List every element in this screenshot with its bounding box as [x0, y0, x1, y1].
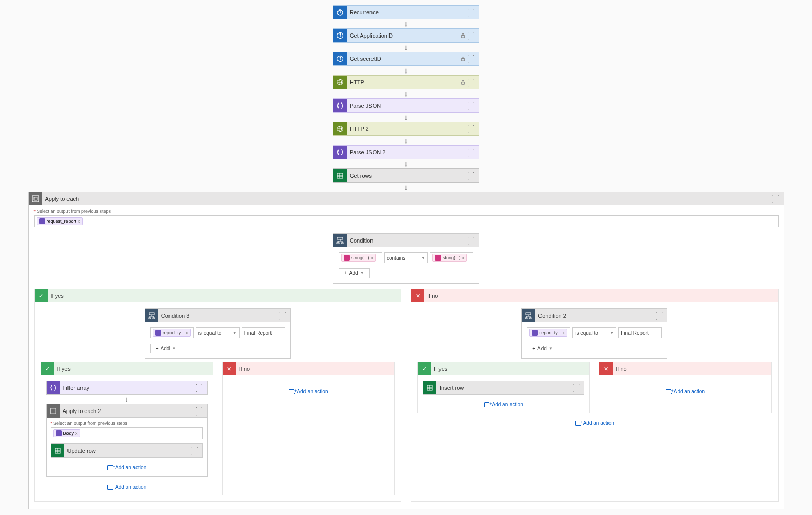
condition-2-title: Condition 2 [535, 313, 656, 319]
more-icon[interactable]: · · · [772, 192, 784, 206]
step-title: Get ApplicationID [347, 32, 458, 39]
grid-icon [333, 169, 347, 182]
token-body[interactable]: Bodyx [53, 429, 80, 437]
fx-icon [344, 255, 350, 261]
step-http[interactable]: HTTP· · · [333, 75, 479, 89]
svg-rect-26 [153, 318, 155, 319]
flow-arrow: ↓ [0, 65, 812, 76]
more-icon[interactable]: · · · [279, 308, 290, 323]
add-action-link[interactable]: Add an action [51, 465, 203, 470]
condition-icon [145, 309, 158, 322]
svg-rect-4 [461, 35, 464, 38]
flow-arrow: ↓ [0, 182, 812, 192]
add-action-icon [575, 421, 581, 426]
svg-rect-35 [427, 385, 432, 390]
check-icon: ✓ [418, 362, 431, 375]
cond3-if-no: ✕If no Add an action [222, 362, 395, 495]
remove-token-icon[interactable]: x [78, 219, 80, 224]
more-icon[interactable]: · · · [572, 381, 584, 395]
add-action-icon [289, 389, 295, 394]
more-icon[interactable]: · · · [467, 5, 479, 19]
condition-operator[interactable]: contains▼ [384, 252, 428, 263]
more-icon[interactable]: · · · [467, 168, 479, 183]
cond2-right[interactable]: Final Report [618, 327, 662, 338]
step-parse-json[interactable]: Parse JSON· · · [333, 98, 479, 113]
more-icon[interactable]: · · · [196, 404, 207, 418]
svg-rect-12 [461, 82, 464, 84]
apply-to-each-container[interactable]: Apply to each · · · *Select an output fr… [28, 192, 784, 509]
remove-token-icon[interactable]: x [186, 330, 188, 335]
condition-3-card[interactable]: Condition 3 · · · report_ty...x is equal… [145, 308, 291, 359]
step-get-rows[interactable]: Get rows· · · [333, 168, 479, 183]
more-icon[interactable]: · · · [196, 381, 207, 395]
more-icon[interactable]: · · · [191, 443, 202, 458]
cond2-left[interactable]: report_ty...x [527, 327, 570, 338]
more-icon[interactable]: · · · [467, 122, 479, 136]
globe-icon [333, 76, 347, 89]
cond2-operator[interactable]: is equal to▼ [572, 327, 616, 338]
step-title: Get secretID [347, 56, 458, 62]
condition-3-title: Condition 3 [158, 313, 279, 319]
add-action-link[interactable]: Add an action [229, 389, 388, 394]
condition-left-operand[interactable]: string(...)x [339, 252, 382, 263]
remove-token-icon[interactable]: x [462, 255, 465, 260]
token-request-report[interactable]: request_report x [37, 217, 83, 225]
cond3-operator[interactable]: is equal to▼ [196, 327, 240, 338]
if-yes-branch: ✓ If yes Condition 3 · · · [34, 289, 402, 502]
close-icon: ✕ [599, 362, 613, 375]
grid-icon [423, 381, 436, 394]
add-action-icon [484, 402, 490, 407]
condition-right-operand[interactable]: string(...)x [430, 252, 473, 263]
cond3-right[interactable]: Final Report [242, 327, 285, 338]
add-condition-button[interactable]: +Add▼ [527, 344, 558, 353]
svg-point-3 [340, 33, 341, 35]
add-action-link[interactable]: Add an action [46, 484, 208, 490]
chevron-down-icon: ▼ [610, 331, 614, 335]
chevron-down-icon: ▼ [233, 331, 237, 335]
step-get-applicationid[interactable]: Get ApplicationID· · · [333, 28, 479, 43]
more-icon[interactable]: · · · [467, 75, 479, 89]
condition-title: Condition [347, 237, 467, 244]
more-icon[interactable]: · · · [467, 145, 479, 159]
lock-icon [458, 33, 467, 39]
svg-rect-28 [55, 448, 60, 453]
flow-arrow: ↓ [0, 135, 812, 146]
more-icon[interactable]: · · · [467, 28, 479, 43]
update-row-card[interactable]: Update row· · · [51, 443, 203, 458]
svg-rect-34 [529, 318, 531, 319]
more-icon[interactable]: · · · [467, 233, 479, 248]
output-selector[interactable]: request_report x [34, 215, 779, 227]
add-condition-button[interactable]: +Add▼ [150, 344, 182, 353]
condition-card[interactable]: Condition · · · string(...)x contains▼ s… [333, 233, 479, 284]
add-action-link[interactable]: Add an action [423, 402, 584, 407]
filter-array-card[interactable]: Filter array · · · [46, 381, 208, 395]
more-icon[interactable]: · · · [656, 308, 667, 323]
add-action-icon [107, 485, 113, 490]
svg-rect-21 [337, 237, 343, 239]
check-icon: ✓ [35, 289, 48, 302]
flow-arrow: ↓ [0, 19, 812, 29]
insert-row-card[interactable]: Insert row· · · [423, 381, 584, 395]
token-fx-right[interactable]: string(...)x [432, 254, 467, 262]
flow-arrow: ↓ [46, 394, 208, 404]
remove-token-icon[interactable]: x [75, 431, 78, 436]
svg-rect-32 [526, 313, 531, 315]
add-action-link[interactable]: Add an action [417, 420, 772, 426]
if-no-branch: ✕ If no Condition 2 · · · [411, 289, 779, 502]
condition-2-card[interactable]: Condition 2 · · · report_ty...x is equal… [521, 308, 667, 359]
step-get-secretid[interactable]: Get secretID· · · [333, 52, 479, 66]
step-parse-json-2[interactable]: Parse JSON 2· · · [333, 145, 479, 159]
more-icon[interactable]: · · · [467, 98, 479, 113]
remove-token-icon[interactable]: x [563, 330, 565, 335]
step-http-2[interactable]: HTTP 2· · · [333, 122, 479, 136]
add-action-link[interactable]: Add an action [605, 389, 765, 394]
token-fx-left[interactable]: string(...)x [341, 254, 376, 262]
step-recurrence[interactable]: Recurrence· · · [333, 5, 479, 19]
cond3-left[interactable]: report_ty...x [150, 327, 194, 338]
remove-token-icon[interactable]: x [371, 255, 374, 260]
close-icon: ✕ [411, 289, 424, 302]
add-condition-button[interactable]: +Add▼ [339, 268, 370, 278]
apply-to-each-2-container[interactable]: Apply to each 2· · · *Select an output f… [46, 404, 208, 477]
more-icon[interactable]: · · · [467, 52, 479, 66]
output-selector[interactable]: Bodyx [51, 427, 203, 439]
